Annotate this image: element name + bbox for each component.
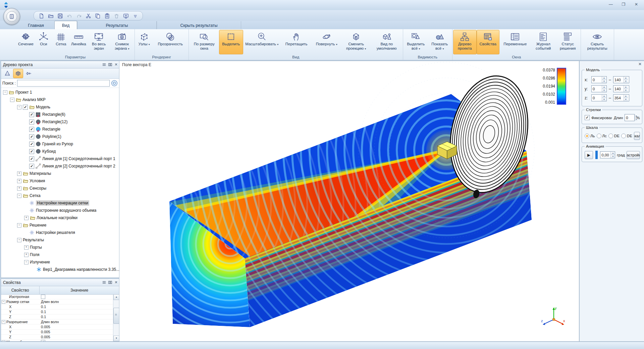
panel-menu-icon[interactable] xyxy=(101,62,107,67)
range-to-spinner[interactable]: 140▲▼ xyxy=(613,85,629,92)
ribbon-button[interactable]: abcПеременные xyxy=(499,30,531,54)
ribbon-button[interactable]: Свойства xyxy=(477,30,499,54)
property-row[interactable]: X0.005 xyxy=(1,325,113,330)
scale-option[interactable]: Ль xyxy=(585,134,595,138)
tree-item-checkbox[interactable]: ✓ xyxy=(29,149,34,154)
property-row[interactable]: Y0.005 xyxy=(1,330,113,335)
property-row[interactable]: −Шаг разбиения✓ xyxy=(1,340,113,341)
scroll-thumb[interactable] xyxy=(113,308,119,324)
range-from-spinner[interactable]: 0▲▼ xyxy=(591,76,607,83)
minimize-button[interactable]: — xyxy=(605,1,616,8)
expander-minus-icon[interactable]: − xyxy=(24,260,29,264)
new-file-icon[interactable] xyxy=(37,12,45,19)
paste-icon[interactable] xyxy=(103,12,111,19)
animation-slider-handle[interactable] xyxy=(595,151,598,159)
panel-menu-icon[interactable] xyxy=(101,280,107,285)
close-button[interactable]: ✕ xyxy=(631,1,642,8)
redo-icon[interactable] xyxy=(75,12,83,19)
expander-minus-icon[interactable]: − xyxy=(2,300,5,304)
tree-item[interactable]: ✓Polyline(1) xyxy=(1,133,119,140)
undo-icon[interactable] xyxy=(65,12,73,19)
tab-Результаты[interactable]: Результаты xyxy=(77,21,157,30)
geometry-view-icon[interactable] xyxy=(2,69,12,78)
ribbon-button[interactable]: Во весь экран xyxy=(88,30,110,54)
tree-item[interactable]: +Сенсоры xyxy=(1,185,119,192)
panel-close-icon[interactable]: ✕ xyxy=(113,280,119,285)
schematic-view-icon[interactable] xyxy=(24,69,34,78)
tab-Главная[interactable]: Главная xyxy=(17,21,54,30)
arrow-length-spinner[interactable]: 0 ▲▼ xyxy=(625,114,635,121)
ribbon-button[interactable]: Сетка xyxy=(52,30,70,54)
expander-plus-icon[interactable]: + xyxy=(24,245,29,250)
expander-plus-icon[interactable]: + xyxy=(17,171,21,176)
expander-minus-icon[interactable]: − xyxy=(10,98,14,102)
radio-icon[interactable] xyxy=(597,134,601,138)
tree-item[interactable]: Настройки генерации сетки xyxy=(1,199,119,207)
ribbon-button[interactable]: Выделить xyxy=(219,30,243,54)
tree-item-checkbox[interactable]: ✓ xyxy=(29,127,34,132)
tree-item[interactable]: −Анализ МКР xyxy=(1,96,119,103)
fixed-length-checkbox[interactable]: ✓ xyxy=(585,115,590,120)
tree-item[interactable]: +Порты xyxy=(1,244,119,251)
cut-icon[interactable] xyxy=(84,12,92,19)
ribbon-button[interactable]: Выделить всё ▾ xyxy=(404,30,428,54)
ribbon-button[interactable]: Повернуть ▾ xyxy=(312,30,341,54)
fit-screen-icon[interactable] xyxy=(122,12,130,19)
ribbon-button[interactable]: Статус решения xyxy=(556,30,580,54)
tree-item-checkbox[interactable]: ✓ xyxy=(29,164,34,169)
tree-item[interactable]: ✓xRectangle xyxy=(1,126,119,133)
ribbon-button[interactable]: Узлы ▾ xyxy=(136,30,153,54)
scroll-up-icon[interactable]: ▲ xyxy=(113,294,119,300)
expander-minus-icon[interactable]: − xyxy=(2,320,5,324)
property-row[interactable]: Изотропная xyxy=(1,294,113,299)
range-to-spinner[interactable]: 140▲▼ xyxy=(613,76,629,83)
delete-icon[interactable] xyxy=(112,12,120,19)
expander-plus-icon[interactable]: + xyxy=(17,186,21,191)
tree-item[interactable]: ✓Линия для [1] Сосредоточенный порт 1 xyxy=(1,155,119,162)
maximize-button[interactable]: ❐ xyxy=(618,1,629,8)
animation-settings-button[interactable]: Настройки xyxy=(627,151,640,159)
properties-scrollbar[interactable]: ▲ ▼ xyxy=(113,294,119,341)
ribbon-button[interactable]: Прозрачность xyxy=(153,30,188,54)
mesh-view-icon[interactable] xyxy=(13,69,23,78)
scale-option[interactable]: Лс xyxy=(597,134,607,138)
tree-item-checkbox[interactable]: ✓ xyxy=(29,134,34,139)
range-from-spinner[interactable]: 0▲▼ xyxy=(591,85,607,92)
property-checkbox[interactable]: ✓ xyxy=(41,340,45,342)
ribbon-button[interactable]: Масштабировать ▾ xyxy=(243,30,281,54)
tree-item[interactable]: ✓Граней из Рупор xyxy=(1,140,119,148)
radio-icon[interactable] xyxy=(621,134,626,138)
expander-plus-icon[interactable]: + xyxy=(24,253,29,257)
tree-item-checkbox[interactable]: ✓ xyxy=(23,105,28,110)
copy-icon[interactable] xyxy=(94,12,102,19)
tree-item[interactable]: +Материалы xyxy=(1,170,119,177)
range-to-spinner[interactable]: 354▲▼ xyxy=(613,94,629,101)
property-row[interactable]: Y0.1 xyxy=(1,309,113,314)
ribbon-button[interactable]: По размеру окна xyxy=(190,30,219,54)
tree-item[interactable]: +Условия xyxy=(1,177,119,185)
property-checkbox[interactable] xyxy=(41,295,45,299)
panel-close-icon[interactable]: ✕ xyxy=(637,62,643,67)
panel-close-icon[interactable]: ✕ xyxy=(113,62,119,67)
scroll-down-icon[interactable]: ▼ xyxy=(113,336,119,341)
more-icon[interactable] xyxy=(131,12,139,19)
ribbon-button[interactable]: Сечение xyxy=(17,30,35,54)
ribbon-button[interactable]: Линейка xyxy=(70,30,88,54)
viewport-3d[interactable]: Поле вектора Е xyxy=(119,61,579,342)
tree-item-checkbox[interactable]: ✓ xyxy=(29,156,34,161)
tree-item[interactable]: −Излучение xyxy=(1,258,119,266)
property-row[interactable]: −Размер сеткиДлин волн xyxy=(1,299,113,304)
tree-item[interactable]: −Результаты xyxy=(1,236,119,244)
ribbon-button[interactable]: Показать всё ▾ xyxy=(428,30,451,54)
tree-item[interactable]: Вер1_Диаграмма направленности 3.35... xyxy=(1,266,119,273)
property-row[interactable]: Z0.005 xyxy=(1,335,113,340)
tab-Скрыть результаты[interactable]: Скрыть результаты xyxy=(157,21,241,30)
tree-item[interactable]: −Решение xyxy=(1,221,119,229)
tree-item-checkbox[interactable]: ✓ xyxy=(29,119,34,124)
ribbon-button[interactable]: Перетащить xyxy=(281,30,312,54)
tree-item[interactable]: +Локальные настройки xyxy=(1,214,119,221)
radio-icon[interactable] xyxy=(585,134,589,138)
animation-angle-spinner[interactable]: 0,00 ▲▼ xyxy=(600,151,615,158)
tree-item[interactable]: −Проект 1 xyxy=(1,89,119,96)
tree-item[interactable]: ✓xRectangle(12) xyxy=(1,118,119,126)
